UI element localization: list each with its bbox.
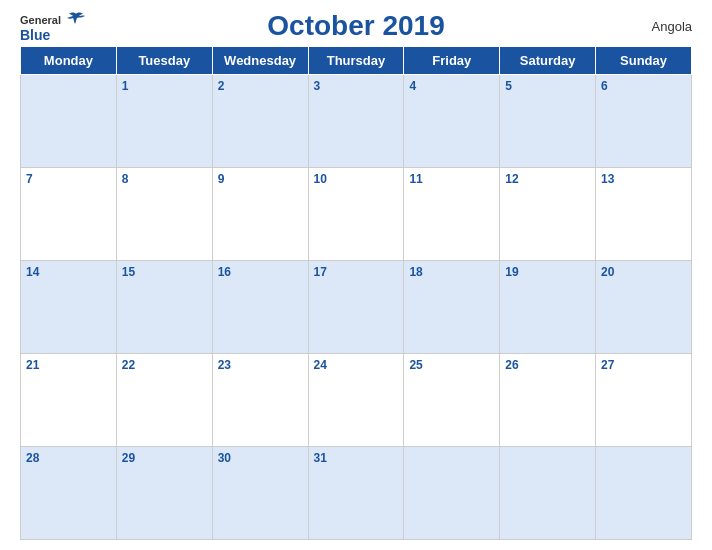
calendar-cell: 24 [308, 354, 404, 447]
calendar-cell: 5 [500, 75, 596, 168]
day-number: 20 [601, 265, 614, 279]
calendar-week-row: 21222324252627 [21, 354, 692, 447]
calendar-cell: 6 [596, 75, 692, 168]
day-number: 22 [122, 358, 135, 372]
calendar-cell: 29 [116, 447, 212, 540]
weekday-header-friday: Friday [404, 47, 500, 75]
calendar-week-row: 78910111213 [21, 168, 692, 261]
day-number: 29 [122, 451, 135, 465]
day-number: 24 [314, 358, 327, 372]
calendar-cell: 4 [404, 75, 500, 168]
country-label: Angola [652, 19, 692, 34]
day-number: 2 [218, 79, 225, 93]
day-number: 28 [26, 451, 39, 465]
day-number: 11 [409, 172, 422, 186]
calendar-header: General Blue October 2019 Angola [20, 10, 692, 42]
calendar-cell [21, 75, 117, 168]
calendar-cell: 31 [308, 447, 404, 540]
logo-general-text: General [20, 14, 61, 26]
calendar-cell: 19 [500, 261, 596, 354]
day-number: 16 [218, 265, 231, 279]
calendar-cell: 28 [21, 447, 117, 540]
weekday-header-sunday: Sunday [596, 47, 692, 75]
calendar-cell: 12 [500, 168, 596, 261]
calendar-cell: 15 [116, 261, 212, 354]
day-number: 13 [601, 172, 614, 186]
weekday-header-wednesday: Wednesday [212, 47, 308, 75]
day-number: 10 [314, 172, 327, 186]
weekday-header-monday: Monday [21, 47, 117, 75]
calendar-cell: 20 [596, 261, 692, 354]
day-number: 25 [409, 358, 422, 372]
calendar-title: October 2019 [267, 10, 444, 42]
day-number: 8 [122, 172, 129, 186]
day-number: 17 [314, 265, 327, 279]
calendar-cell: 18 [404, 261, 500, 354]
day-number: 31 [314, 451, 327, 465]
calendar-cell: 23 [212, 354, 308, 447]
day-number: 26 [505, 358, 518, 372]
calendar-cell: 14 [21, 261, 117, 354]
day-number: 27 [601, 358, 614, 372]
weekday-header-saturday: Saturday [500, 47, 596, 75]
day-number: 30 [218, 451, 231, 465]
day-number: 19 [505, 265, 518, 279]
day-number: 9 [218, 172, 225, 186]
calendar-cell [404, 447, 500, 540]
calendar-cell: 21 [21, 354, 117, 447]
weekday-header-row: MondayTuesdayWednesdayThursdayFridaySatu… [21, 47, 692, 75]
calendar-cell: 27 [596, 354, 692, 447]
calendar-cell: 10 [308, 168, 404, 261]
logo-bird-icon [67, 12, 85, 28]
calendar-cell: 13 [596, 168, 692, 261]
day-number: 14 [26, 265, 39, 279]
calendar-cell: 3 [308, 75, 404, 168]
calendar-week-row: 14151617181920 [21, 261, 692, 354]
calendar-cell: 8 [116, 168, 212, 261]
day-number: 21 [26, 358, 39, 372]
calendar-cell [500, 447, 596, 540]
day-number: 5 [505, 79, 512, 93]
calendar-cell: 2 [212, 75, 308, 168]
calendar-cell [596, 447, 692, 540]
calendar-cell: 22 [116, 354, 212, 447]
day-number: 12 [505, 172, 518, 186]
calendar-cell: 16 [212, 261, 308, 354]
calendar-week-row: 123456 [21, 75, 692, 168]
logo-blue-text: Blue [20, 28, 50, 42]
calendar-cell: 25 [404, 354, 500, 447]
day-number: 3 [314, 79, 321, 93]
calendar-cell: 26 [500, 354, 596, 447]
calendar-cell: 9 [212, 168, 308, 261]
day-number: 23 [218, 358, 231, 372]
weekday-header-tuesday: Tuesday [116, 47, 212, 75]
day-number: 18 [409, 265, 422, 279]
logo: General Blue [20, 10, 85, 42]
day-number: 1 [122, 79, 129, 93]
day-number: 4 [409, 79, 416, 93]
calendar-cell: 1 [116, 75, 212, 168]
weekday-header-thursday: Thursday [308, 47, 404, 75]
calendar-cell: 7 [21, 168, 117, 261]
calendar-week-row: 28293031 [21, 447, 692, 540]
day-number: 6 [601, 79, 608, 93]
calendar-table: MondayTuesdayWednesdayThursdayFridaySatu… [20, 46, 692, 540]
day-number: 7 [26, 172, 33, 186]
calendar-cell: 17 [308, 261, 404, 354]
calendar-cell: 30 [212, 447, 308, 540]
day-number: 15 [122, 265, 135, 279]
calendar-cell: 11 [404, 168, 500, 261]
